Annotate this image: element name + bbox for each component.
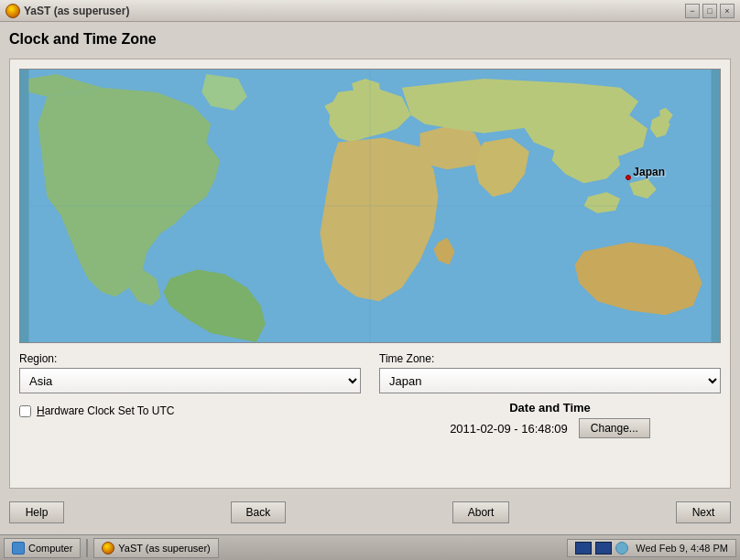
computer-icon [12, 542, 25, 555]
hardware-clock-section: Hardware Clock Set To UTC [19, 401, 361, 417]
timezone-label: Time Zone: [379, 352, 721, 365]
page-title: Clock and Time Zone [9, 31, 731, 48]
button-bar: Help Back Abort Next [9, 496, 731, 525]
next-button[interactable]: Next [676, 501, 731, 523]
datetime-title: Date and Time [509, 401, 591, 415]
maximize-button[interactable]: □ [702, 4, 717, 18]
world-map[interactable]: Japan [19, 69, 721, 343]
hardware-clock-row: Hardware Clock Set To UTC [19, 404, 361, 417]
change-datetime-button[interactable]: Change... [579, 418, 650, 438]
title-bar: YaST (as superuser) − □ × [0, 0, 740, 22]
taskbar-yast[interactable]: YaST (as superuser) [93, 538, 218, 558]
hardware-clock-checkbox[interactable] [19, 405, 31, 417]
taskbar-clock: Wed Feb 9, 4:48 PM [636, 543, 728, 554]
network-icon [595, 542, 612, 555]
japan-location-dot [626, 175, 631, 180]
region-timezone-row: Region: Asia Europe Americas Africa Paci… [19, 352, 721, 393]
close-button[interactable]: × [720, 4, 735, 18]
taskbar-yast-label: YaST (as superuser) [118, 543, 210, 554]
minimize-button[interactable]: − [685, 4, 700, 18]
region-group: Region: Asia Europe Americas Africa Paci… [19, 352, 361, 393]
taskbar-computer-label: Computer [28, 543, 72, 554]
taskbar-network-icons [575, 542, 628, 555]
japan-map-label: Japan [633, 166, 665, 178]
main-content: Clock and Time Zone [0, 22, 740, 534]
inner-panel: Japan Region: Asia Europe Americas Afric… [9, 59, 731, 489]
taskbar-computer[interactable]: Computer [4, 538, 81, 558]
taskbar-separator-1 [86, 539, 88, 557]
help-button[interactable]: Help [9, 501, 64, 523]
datetime-value: 2011-02-09 - 16:48:09 [450, 422, 568, 436]
app-icon [5, 4, 20, 18]
hardware-clock-label: Hardware Clock Set To UTC [37, 404, 175, 417]
lower-section: Hardware Clock Set To UTC Date and Time … [19, 401, 721, 438]
timezone-select[interactable]: Japan China India Korea [379, 368, 721, 393]
datetime-row: 2011-02-09 - 16:48:09 Change... [450, 418, 650, 438]
window-title: YaST (as superuser) [24, 5, 129, 17]
region-select[interactable]: Asia Europe Americas Africa Pacific [19, 368, 361, 393]
taskbar: Computer YaST (as superuser) Wed Feb 9, … [0, 534, 740, 560]
title-bar-left: YaST (as superuser) [5, 4, 129, 18]
back-button[interactable]: Back [231, 501, 287, 523]
globe-icon [615, 542, 628, 555]
taskbar-clock-area: Wed Feb 9, 4:48 PM [567, 539, 736, 557]
datetime-section: Date and Time 2011-02-09 - 16:48:09 Chan… [379, 401, 721, 438]
abort-button[interactable]: Abort [452, 501, 510, 523]
timezone-group: Time Zone: Japan China India Korea [379, 352, 721, 393]
monitor-icon [575, 542, 592, 555]
title-controls: − □ × [685, 4, 735, 18]
yast-taskbar-icon [102, 542, 114, 555]
region-label: Region: [19, 352, 361, 365]
